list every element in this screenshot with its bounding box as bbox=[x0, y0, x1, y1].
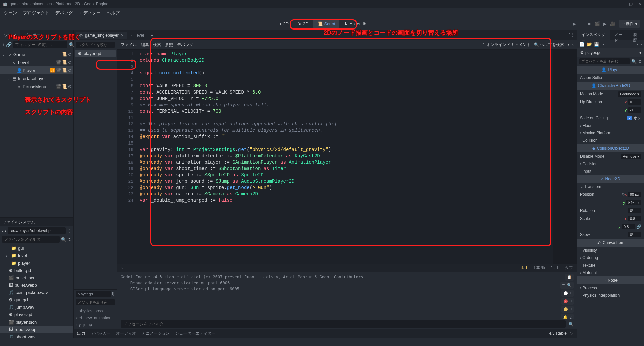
more-icon[interactable]: ⋮ bbox=[601, 42, 606, 47]
save-icon[interactable]: 💾 bbox=[594, 42, 599, 47]
sort-icon[interactable]: ⇅ bbox=[68, 237, 71, 242]
warning-count[interactable]: ⚠ 1 bbox=[521, 265, 528, 270]
group-moving-platform[interactable]: Moving Platform bbox=[577, 129, 644, 137]
open-icon[interactable]: 📂 bbox=[587, 42, 592, 47]
view-script[interactable]: 📜Script bbox=[313, 20, 339, 28]
motion-mode-dropdown[interactable]: Grounded ▾ bbox=[618, 91, 641, 97]
view-3d[interactable]: ⇲3D bbox=[293, 20, 313, 28]
view-2d[interactable]: ↪2D bbox=[274, 20, 293, 28]
method-get_new_animation[interactable]: get_new_animation bbox=[74, 314, 117, 321]
node-interfacelayer[interactable]: ⌄▤ InterfaceLayer bbox=[0, 74, 73, 82]
instance-icon[interactable]: 🎬 bbox=[56, 60, 61, 65]
tab-inspector[interactable]: インスペクター bbox=[577, 30, 610, 40]
method-filter-input[interactable] bbox=[76, 299, 115, 305]
method-_physics_process[interactable]: _physics_process bbox=[74, 308, 117, 314]
menu-file[interactable]: ファイル bbox=[121, 42, 137, 48]
scene-filter-input[interactable] bbox=[13, 41, 67, 48]
badge-error[interactable]: !1 bbox=[561, 290, 574, 297]
reset-icon[interactable]: ↺ bbox=[622, 192, 625, 197]
menu-goto[interactable]: 参照 bbox=[165, 42, 173, 48]
tab-output[interactable]: 出力 bbox=[77, 331, 85, 336]
visibility-icon[interactable]: ⊚ bbox=[68, 52, 71, 57]
fs-path-input[interactable] bbox=[8, 227, 66, 234]
up-dir-x[interactable]: 0 bbox=[628, 99, 641, 105]
group-ordering[interactable]: Ordering bbox=[577, 254, 644, 262]
script-list-item[interactable]: ⚙ player.gd bbox=[75, 50, 116, 57]
tab-debugger[interactable]: デバッガー bbox=[91, 331, 111, 336]
group-physics-interp[interactable]: Physics Interpolation bbox=[577, 292, 644, 299]
node-level[interactable]: ○ Level 🎬📜⊚ bbox=[0, 58, 73, 66]
code-editor[interactable]: 123456789101112131415161718192021222324 … bbox=[117, 50, 577, 264]
menu-scene[interactable]: シーン bbox=[4, 10, 17, 16]
tab-shader[interactable]: シェーダーエディター bbox=[175, 331, 215, 336]
disable-mode-dropdown[interactable]: Remove ▾ bbox=[621, 154, 641, 159]
fs-item-level[interactable]: ›📁level bbox=[0, 252, 73, 259]
pos-x[interactable]: 90 px bbox=[628, 192, 641, 197]
fs-item-gui[interactable]: ›📁gui bbox=[0, 244, 73, 252]
group-input[interactable]: Input bbox=[577, 168, 644, 175]
fs-more-icon[interactable]: ⋮ bbox=[67, 228, 71, 233]
group-transform[interactable]: Transform bbox=[577, 183, 644, 190]
menu-debug[interactable]: デバッグ bbox=[55, 10, 73, 16]
play-icon[interactable]: ▶ bbox=[573, 21, 576, 26]
maximize-icon[interactable]: ▢ bbox=[629, 2, 633, 6]
tab-import[interactable]: インポート bbox=[20, 30, 48, 40]
menu-search[interactable]: 検索 bbox=[153, 42, 161, 48]
play-custom-icon[interactable]: ▶ bbox=[603, 21, 607, 26]
movie-icon[interactable]: 🎥 bbox=[610, 21, 615, 26]
fs-item-bullet-gd[interactable]: ⚙bullet.gd bbox=[0, 267, 73, 274]
sort-icon[interactable]: ⇅ bbox=[111, 291, 115, 296]
settings-icon[interactable]: ⚙ bbox=[638, 59, 642, 64]
new-icon[interactable]: 📄 bbox=[579, 42, 585, 47]
online-docs-link[interactable]: ↗ オンラインドキュメント bbox=[481, 42, 530, 48]
nav-fwd-icon[interactable]: › bbox=[572, 43, 574, 47]
add-tab-icon[interactable]: + bbox=[148, 32, 156, 39]
output-filter-input[interactable] bbox=[121, 320, 566, 328]
close-icon[interactable]: ✕ bbox=[638, 2, 641, 6]
fs-item-gun-gd[interactable]: ⚙gun.gd bbox=[0, 296, 73, 303]
script-current-input[interactable] bbox=[76, 291, 111, 297]
group-process[interactable]: Process bbox=[577, 284, 644, 292]
fs-item-player-gd[interactable]: ⚙player.gd bbox=[0, 311, 73, 318]
link-icon[interactable]: 🔗 bbox=[6, 42, 12, 47]
skew-field[interactable]: 0° bbox=[628, 232, 641, 237]
scroll-left-icon[interactable]: ‹ bbox=[121, 265, 123, 270]
indent-mode[interactable]: タブ bbox=[565, 265, 573, 271]
badge-x[interactable]: ✕0 bbox=[561, 298, 574, 305]
play-scene-icon[interactable]: 🎬 bbox=[595, 21, 600, 26]
fs-filter-input[interactable] bbox=[2, 236, 60, 243]
open-script-icon[interactable]: 📜 bbox=[62, 68, 67, 73]
menu-help[interactable]: ヘルプ bbox=[107, 10, 120, 16]
pause-icon[interactable]: ⏸ bbox=[579, 21, 584, 26]
menu-editor[interactable]: エディター bbox=[79, 10, 101, 16]
property-filter-input[interactable] bbox=[579, 58, 630, 64]
badge-warn[interactable]: !0 bbox=[561, 306, 574, 313]
minimap[interactable] bbox=[553, 50, 577, 264]
node-pausemenu[interactable]: ○ PauseMenu 🎬📜⊚ bbox=[0, 82, 73, 91]
search-icon[interactable]: 🔍 bbox=[568, 322, 574, 327]
pos-y[interactable]: 546 px bbox=[626, 200, 641, 205]
tab-history[interactable]: 履歴 bbox=[629, 30, 644, 40]
view-assetlib[interactable]: ⬇AssetLib bbox=[340, 20, 370, 28]
scale-y[interactable]: 0.8 bbox=[622, 224, 635, 229]
fs-item-player-tscn[interactable]: 🎬player.tscn bbox=[0, 318, 73, 326]
fs-item-bullet-webp[interactable]: 🖼bullet.webp bbox=[0, 281, 73, 289]
search-icon[interactable]: 🔍 bbox=[631, 59, 637, 64]
group-texture[interactable]: Texture bbox=[577, 262, 644, 269]
tab-level[interactable]: ○level bbox=[128, 32, 147, 39]
expand-icon[interactable]: ⛶ bbox=[567, 33, 575, 38]
close-tab-icon[interactable]: ✕ bbox=[121, 33, 124, 38]
fs-item-robot-webp[interactable]: 🖼robot.webp bbox=[0, 326, 73, 333]
fs-item-player[interactable]: ›📁player bbox=[0, 259, 73, 267]
scale-x[interactable]: 0.8 bbox=[628, 216, 641, 221]
group-collision2[interactable]: Collision bbox=[577, 160, 644, 168]
tab-node[interactable]: ノード bbox=[610, 30, 629, 40]
forward-icon[interactable]: › bbox=[5, 228, 6, 233]
nav-back-icon[interactable]: ‹ bbox=[568, 43, 569, 47]
rotation-field[interactable]: 0° bbox=[628, 208, 641, 213]
fs-item-coin_pickup-wav[interactable]: 🎵coin_pickup.wav bbox=[0, 289, 73, 296]
fs-item-shoot-wav[interactable]: 🎵shoot.wav bbox=[0, 333, 73, 338]
menu-debug[interactable]: デバッグ bbox=[177, 42, 193, 48]
heart-icon[interactable]: ♡ bbox=[570, 331, 574, 336]
badge-clear[interactable]: ≡ 🔍 bbox=[560, 282, 574, 289]
